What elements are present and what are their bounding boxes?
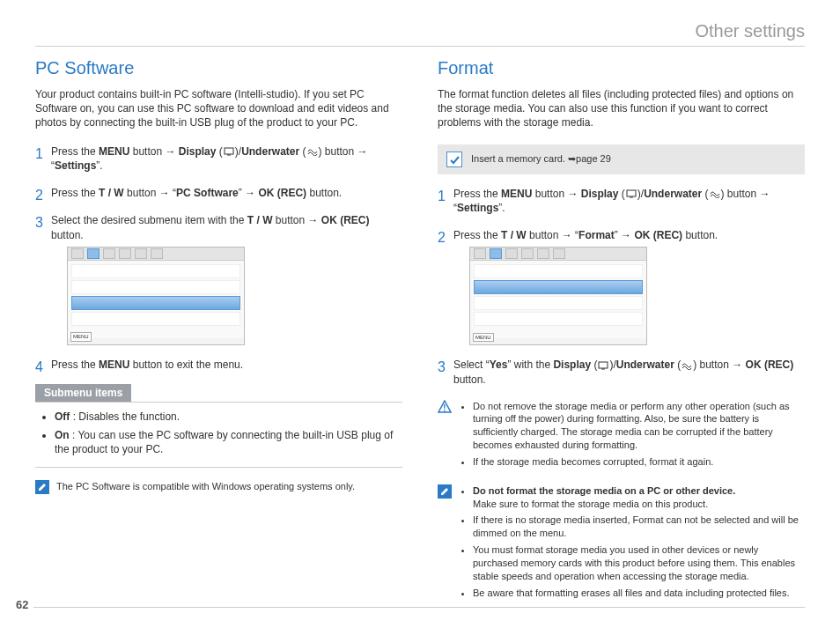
check-icon — [446, 152, 462, 167]
underwater-icon — [307, 147, 318, 156]
pencil-note-icon — [438, 484, 452, 499]
footer-rule — [33, 607, 805, 608]
submenu-items-header: Submenu items — [35, 384, 131, 402]
format-ui-screenshot: MENU — [469, 247, 647, 345]
display-icon — [598, 361, 608, 370]
info-2: If there is no storage media inserted, F… — [473, 514, 805, 540]
info-3: You must format storage media you used i… — [473, 543, 805, 583]
submenu-items-box: Off : Disables the function. On : You ca… — [35, 402, 402, 468]
pc-software-ui-screenshot: MENU — [67, 247, 245, 345]
section-title-format: Format — [438, 58, 805, 78]
display-icon — [626, 189, 637, 198]
svg-rect-4 — [599, 362, 608, 368]
right-column: Format The format function deletes all f… — [438, 53, 805, 603]
svg-text:!: ! — [443, 403, 446, 413]
underwater-icon — [710, 189, 720, 198]
step-3: Select the desired submenu item with the… — [35, 213, 402, 345]
svg-rect-0 — [225, 148, 233, 154]
pc-software-intro: Your product contains built-in PC softwa… — [35, 87, 402, 130]
warn-1: Do not remove the storage media or perfo… — [473, 400, 805, 452]
info-4: Be aware that formatting erases all file… — [473, 587, 805, 600]
format-step-2: Press the T / W button → “Format” → OK (… — [438, 228, 805, 345]
format-warning: ! Do not remove the storage media or per… — [438, 400, 805, 472]
underwater-icon — [682, 361, 692, 370]
pencil-note-icon — [35, 480, 49, 494]
submenu-off: Off : Disables the function. — [55, 410, 399, 424]
ui-menu-label: MENU — [473, 333, 494, 342]
section-title-pc-software: PC Software — [35, 58, 402, 78]
step-4: Press the MENU button to exit the menu. — [35, 358, 402, 373]
format-step-1: Press the MENU button → Display ()/Under… — [438, 187, 805, 217]
page-number: 62 — [16, 598, 28, 611]
step-1: Press the MENU button → Display ()/Under… — [35, 144, 402, 174]
submenu-on: On : You can use the PC software by conn… — [55, 428, 399, 456]
warn-2: If the storage media becomes corrupted, … — [473, 455, 805, 469]
pc-software-note: The PC Software is compatible with Windo… — [35, 480, 402, 494]
alert-icon: ! — [438, 400, 452, 414]
format-intro: The format function deletes all files (i… — [438, 87, 805, 130]
format-step-3: Select “Yes” with the Display ()/Underwa… — [438, 358, 805, 388]
info-1: Do not format the storage media on a PC … — [473, 484, 805, 511]
left-column: PC Software Your product contains built-… — [35, 53, 402, 603]
display-icon — [224, 147, 234, 156]
insert-card-callout: Insert a memory card. ➥page 29 — [438, 144, 805, 174]
format-info: Do not format the storage media on a PC … — [438, 484, 805, 603]
step-2: Press the T / W button → “PC Software” →… — [35, 186, 402, 201]
svg-rect-2 — [627, 190, 636, 196]
ui-menu-label: MENU — [70, 332, 92, 341]
